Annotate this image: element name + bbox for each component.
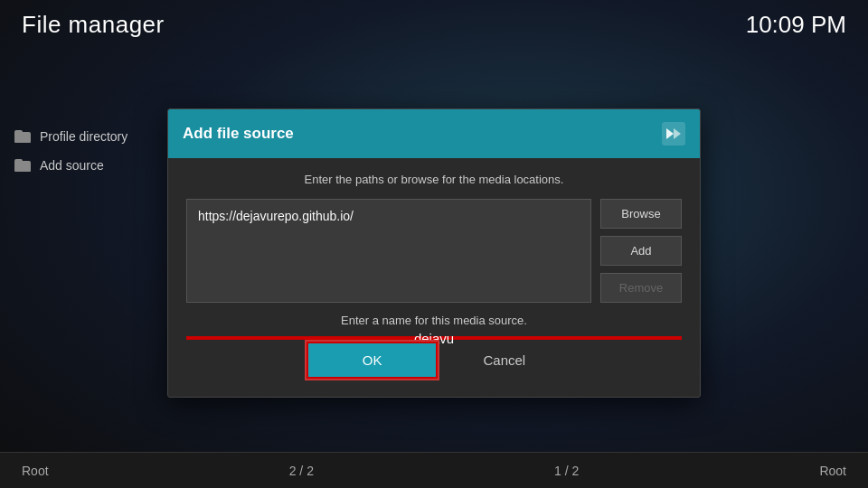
dialog-instruction: Enter the paths or browse for the media … bbox=[186, 173, 682, 186]
add-button[interactable]: Add bbox=[600, 236, 682, 266]
cancel-button[interactable]: Cancel bbox=[447, 342, 561, 379]
url-buttons: Browse Add Remove bbox=[600, 199, 682, 303]
dialog-title: Add file source bbox=[183, 125, 294, 143]
url-input-area[interactable]: https://dejavurepo.github.io/ bbox=[186, 199, 591, 303]
remove-button[interactable]: Remove bbox=[600, 273, 682, 303]
ok-button[interactable]: OK bbox=[307, 342, 439, 379]
dialog-body: Enter the paths or browse for the media … bbox=[168, 158, 700, 397]
add-file-source-dialog: Add file source Enter the paths or brows… bbox=[167, 108, 701, 398]
dialog-header: Add file source bbox=[168, 109, 700, 158]
browse-button[interactable]: Browse bbox=[600, 199, 682, 229]
name-input-highlight[interactable]: dejavu bbox=[186, 336, 682, 340]
ok-button-outline bbox=[305, 340, 440, 380]
url-section: https://dejavurepo.github.io/ Browse Add… bbox=[186, 199, 682, 303]
dialog-overlay: Add file source Enter the paths or brows… bbox=[0, 0, 868, 488]
url-value: https://dejavurepo.github.io/ bbox=[198, 209, 354, 223]
kodi-logo-icon bbox=[662, 122, 685, 145]
dialog-actions: OK Cancel bbox=[186, 342, 682, 379]
name-instruction: Enter a name for this media source. bbox=[186, 314, 682, 327]
